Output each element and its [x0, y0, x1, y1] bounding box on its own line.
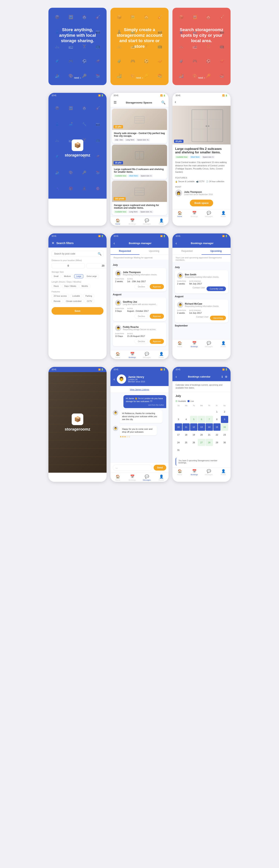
- status-richard[interactable]: Upcoming: [210, 316, 226, 320]
- length-label: Length (Hours / Days / Months): [52, 281, 104, 283]
- mnav-bookings[interactable]: 📅 Bookings: [125, 474, 139, 481]
- brnav-messages[interactable]: 💬 Messages: [139, 352, 154, 359]
- brnav-profile[interactable]: 👤 Profile: [154, 352, 169, 359]
- detail-nav-bookings[interactable]: 📅 Bookings: [187, 211, 201, 217]
- icon-sled: 🛷: [91, 54, 105, 68]
- spaces-status-bar: 10:41 📶 🔋: [110, 93, 169, 98]
- brnav-home[interactable]: 🏠 Home: [110, 352, 125, 359]
- filter-close-icon[interactable]: ✕: [52, 241, 54, 245]
- tab-requested-2[interactable]: Requested: [172, 248, 201, 255]
- onboarding-screen-2: 📦 🖼️ 🏠 🎸 👗 🛋️ 🔧 📷 🚲 🎿 🏋️ 📺 🧳 🎮 ⚽ 🛷 🏄 🎨: [110, 8, 169, 85]
- nav-profile[interactable]: 👤 Profile: [154, 218, 169, 225]
- tab-requested[interactable]: Requested: [110, 248, 139, 255]
- bookings-req-header: ‹ Bookings manager: [110, 239, 169, 248]
- feat-24h[interactable]: 24 hour access: [52, 294, 69, 298]
- bookings-tabs: Requested Upcoming: [110, 248, 169, 255]
- bookings-back[interactable]: ‹: [114, 241, 115, 245]
- feat-climate[interactable]: Climate controlled: [64, 299, 84, 303]
- send-button[interactable]: Send: [154, 465, 166, 470]
- features-label: Features: [52, 290, 104, 293]
- calendar-note: You have 3 upcoming Storageroomz member …: [175, 458, 227, 466]
- decline-feddy[interactable]: Decline: [135, 339, 148, 344]
- booking-feddy: 👦 Feddy Roache Requesting storage Secure…: [113, 322, 166, 346]
- decline-geoffrey[interactable]: Decline: [135, 314, 148, 319]
- space-card-1[interactable]: £2 p/hr Hourly safe strorage - Central C…: [112, 109, 167, 143]
- bunav-bookings[interactable]: 📅 Bookings: [187, 341, 201, 347]
- nav-home[interactable]: 🏠 Home: [110, 218, 125, 225]
- contact-user-ben[interactable]: Contact User: [193, 286, 205, 291]
- approve-geoffrey[interactable]: Approve: [150, 314, 164, 319]
- length-days[interactable]: Days / Weeks: [62, 284, 79, 288]
- size-xl[interactable]: Extra Large: [84, 274, 99, 278]
- detail-nav-messages[interactable]: 💬 Messages: [201, 211, 216, 217]
- feat-lock[interactable]: Lockable: [70, 294, 82, 298]
- legend-available: Available: [175, 400, 186, 402]
- mnav-home[interactable]: 🏠 Home: [110, 474, 125, 481]
- bookings-up-back[interactable]: ‹: [175, 241, 177, 245]
- size-medium[interactable]: Medium: [62, 274, 73, 278]
- icon-guitar: 🎸: [91, 10, 105, 24]
- save-button[interactable]: Save: [52, 307, 104, 315]
- contact-user-richard[interactable]: Contact User: [196, 316, 208, 320]
- distance-max-input[interactable]: [86, 263, 107, 269]
- onboarding-next-3[interactable]: next ›: [198, 76, 205, 79]
- host-name: Julia Thompson: [184, 191, 213, 193]
- size-label: Storage Size: [52, 271, 104, 273]
- calendar-info-icon[interactable]: ℹ: [222, 375, 223, 378]
- book-space-button[interactable]: Book space: [190, 199, 213, 206]
- host-info: 👩 Julia Thompson Local host since Septem…: [175, 189, 228, 196]
- bunav-messages[interactable]: 💬 Messages: [201, 341, 216, 347]
- calendar-month-header: July: [172, 392, 230, 399]
- space-card-info-2: Large cupboard fits 2 suitcases and shel…: [112, 166, 167, 179]
- postcode-input[interactable]: [52, 251, 104, 257]
- tab-upcoming-2[interactable]: Upcoming: [201, 248, 230, 255]
- bunav-profile[interactable]: 👤 Profile: [216, 341, 230, 347]
- calendar-title: Bookings calendar: [188, 375, 211, 378]
- feddy-details: Duration 13 Days Dates 21-26 August 2017: [115, 333, 164, 337]
- mnav-profile[interactable]: 👤 Profile: [154, 474, 169, 481]
- cnav-bookings[interactable]: 📅 Bookings: [187, 469, 201, 475]
- cnav-messages[interactable]: 💬 Messages: [201, 469, 216, 475]
- size-large[interactable]: Large: [74, 274, 84, 278]
- length-months[interactable]: Months: [79, 284, 90, 288]
- detail-nav-profile[interactable]: 👤 Profile: [216, 211, 230, 217]
- space-card-3[interactable]: £63 p/mth Garage space cupboard and shel…: [112, 181, 167, 215]
- booking-geoffrey: 👨 Geoffrey Joe Long term option with acc…: [113, 298, 166, 321]
- bunav-home[interactable]: 🏠 Home: [172, 341, 187, 347]
- mnav-messages[interactable]: 💬 Messages: [139, 474, 154, 481]
- length-hours[interactable]: Hours: [52, 284, 61, 288]
- detail-nav-home[interactable]: 🏠 Home: [172, 211, 187, 217]
- calendar-settings-icon[interactable]: ⚙: [225, 375, 227, 378]
- nav-bookings[interactable]: 📅 Bookings: [125, 218, 139, 225]
- feddy-name: Feddy Roache: [123, 326, 156, 329]
- messages-back[interactable]: ‹: [114, 377, 115, 381]
- cnav-home[interactable]: 🏠 Home: [172, 469, 187, 475]
- view-listings-link[interactable]: View James Listings: [130, 389, 149, 391]
- messages-location: London,UK: [128, 378, 145, 381]
- space-card-2[interactable]: £8 p/hr Large cupboard fits 2 suitcases …: [112, 145, 167, 179]
- search-icon-btn[interactable]: 🔍: [161, 100, 165, 105]
- onboarding-next-2[interactable]: next ›: [136, 76, 143, 79]
- back-arrow[interactable]: ‹: [175, 100, 176, 104]
- calendar-back[interactable]: ‹: [175, 374, 177, 379]
- onboarding-next-1[interactable]: next ›: [74, 76, 81, 79]
- brnav-bookings[interactable]: 📅 Bookings: [125, 352, 139, 359]
- decline-julia[interactable]: Decline: [135, 284, 148, 289]
- status-ben[interactable]: Currently Live: [206, 286, 226, 291]
- message-input[interactable]: [113, 465, 152, 471]
- tab-upcoming[interactable]: Upcoming: [139, 248, 169, 255]
- approve-feddy[interactable]: Approve: [150, 339, 164, 344]
- geoffrey-user: 👨 Geoffrey Joe Long term option with acc…: [115, 300, 164, 306]
- hamburger-icon[interactable]: ☰: [114, 100, 117, 105]
- geoffrey-actions: Decline Approve: [115, 314, 164, 319]
- size-small[interactable]: Small: [52, 274, 61, 278]
- feat-cctv[interactable]: CCTV: [85, 299, 94, 303]
- feature-3: 🕐 24 hour collection: [206, 181, 224, 183]
- feat-parking[interactable]: Parking: [83, 294, 94, 298]
- nav-messages[interactable]: 💬 Messages: [139, 218, 154, 225]
- feat-remote[interactable]: Remote: [52, 299, 63, 303]
- approve-julia[interactable]: Approve: [150, 284, 164, 289]
- cnav-profile[interactable]: 👤 Profile: [216, 469, 230, 475]
- distance-min-input[interactable]: [52, 263, 85, 269]
- space-card-image-1: £2 p/hr: [112, 109, 167, 130]
